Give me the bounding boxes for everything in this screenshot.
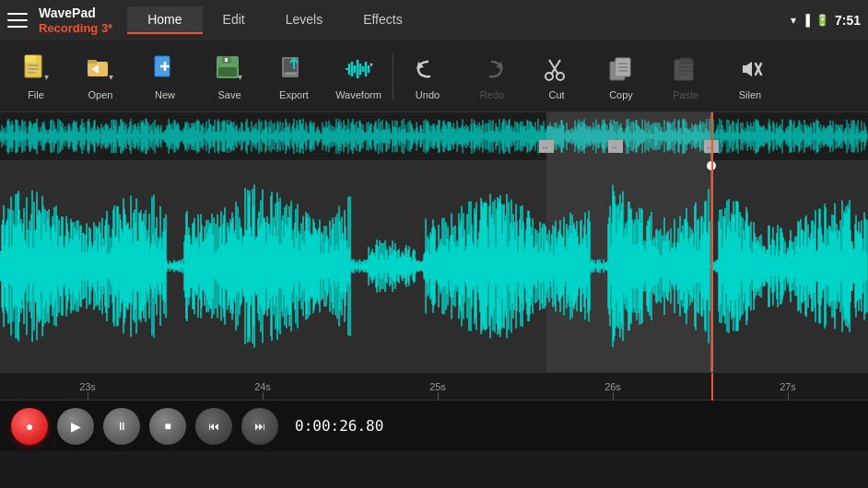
app-name: WavePad	[39, 6, 112, 21]
file-button[interactable]: ▾ File	[4, 42, 68, 110]
export-label: Export	[279, 89, 309, 100]
cut-label: Cut	[548, 89, 564, 100]
playback-time: 0:00:26.80	[295, 417, 383, 435]
timeline-label-25s: 25s	[429, 381, 446, 392]
paste-label: Paste	[673, 89, 698, 100]
waveform-button[interactable]: ▾ Waveform	[326, 42, 391, 110]
new-label: New	[155, 89, 175, 100]
export-button[interactable]: Export	[262, 42, 326, 110]
redo-label: Redo	[480, 89, 504, 100]
svg-rect-7	[88, 60, 97, 64]
save-button[interactable]: ▾ Save	[197, 42, 262, 110]
silence-label: Silen	[739, 89, 761, 100]
timeline-label-23s: 23s	[79, 381, 96, 392]
save-label: Save	[217, 89, 240, 100]
svg-rect-43	[680, 58, 691, 64]
battery-icon: 🔋	[815, 14, 829, 27]
divider-1	[393, 53, 393, 99]
svg-rect-15	[225, 58, 228, 62]
svg-rect-1	[25, 55, 36, 63]
app-title: WavePad Recording 3*	[39, 6, 112, 35]
undo-label: Undo	[416, 89, 440, 100]
svg-text:▾: ▾	[109, 72, 113, 82]
status-bar: ▾ ▐ 🔋 7:51	[791, 13, 861, 28]
waveform-label: Waveform	[335, 89, 381, 100]
signal-icon: ▐	[802, 14, 810, 27]
tab-levels[interactable]: Levels	[265, 6, 343, 34]
svg-rect-14	[218, 67, 237, 76]
file-label: File	[28, 89, 44, 100]
copy-label: Copy	[609, 89, 633, 100]
copy-button[interactable]: Copy	[589, 42, 653, 110]
stop-button[interactable]: ■	[149, 408, 186, 445]
wifi-icon: ▾	[791, 14, 796, 27]
menu-button[interactable]	[7, 13, 28, 28]
open-label: Open	[88, 89, 113, 100]
clock: 7:51	[835, 13, 861, 28]
timeline-label-26s: 26s	[604, 381, 621, 392]
nav-tabs: Home Edit Levels Effects	[127, 6, 423, 34]
waveform-main[interactable]	[0, 160, 868, 372]
svg-text:▾: ▾	[238, 72, 242, 82]
paste-button[interactable]: Paste	[653, 42, 718, 110]
waveform-overview[interactable]	[0, 112, 868, 160]
play-button[interactable]: ▶	[57, 408, 94, 445]
tab-edit[interactable]: Edit	[203, 6, 265, 34]
redo-button[interactable]: Redo	[460, 42, 524, 110]
cut-button[interactable]: Cut	[524, 42, 589, 110]
svg-text:▾: ▾	[44, 72, 49, 82]
timeline: 23s 24s 25s 26s 27s	[0, 372, 868, 400]
open-button[interactable]: ▾ Open	[68, 42, 133, 110]
tab-home[interactable]: Home	[127, 6, 202, 34]
timeline-label-24s: 24s	[254, 381, 271, 392]
record-button[interactable]: ●	[11, 408, 48, 445]
recording-name: Recording 3*	[39, 21, 112, 36]
svg-text:▾: ▾	[369, 61, 373, 69]
top-bar: WavePad Recording 3* Home Edit Levels Ef…	[0, 0, 868, 41]
timeline-label-27s: 27s	[780, 381, 796, 392]
playback-bar: ● ▶ ⏸ ■ ⏮ ⏭ 0:00:26.80	[0, 400, 868, 451]
toolbar: ▾ File ▾ Open New ▾ Save	[0, 41, 868, 112]
silence-button[interactable]: Silen	[718, 42, 782, 110]
forward-button[interactable]: ⏭	[241, 408, 278, 445]
rewind-button[interactable]: ⏮	[195, 408, 232, 445]
new-button[interactable]: New	[133, 42, 197, 110]
undo-button[interactable]: Undo	[395, 42, 460, 110]
pause-button[interactable]: ⏸	[103, 408, 140, 445]
tab-effects[interactable]: Effects	[343, 6, 423, 34]
